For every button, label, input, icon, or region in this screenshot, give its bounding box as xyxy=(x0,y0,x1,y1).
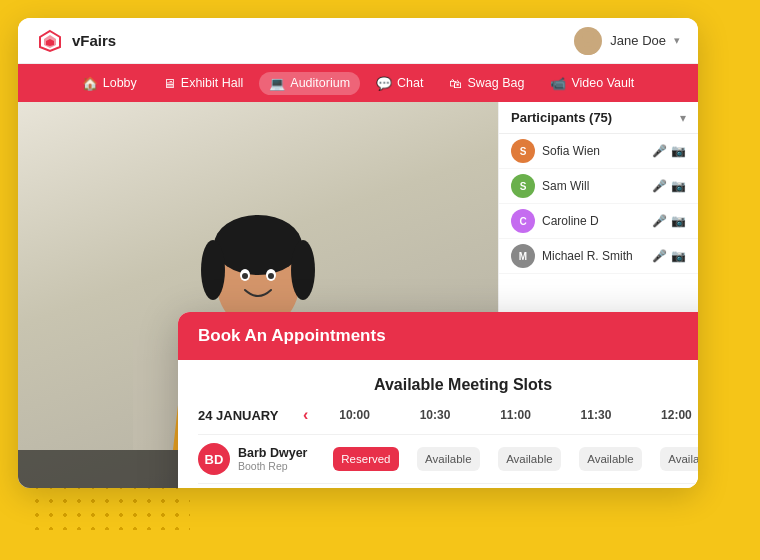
avatar-image xyxy=(574,27,602,55)
participants-title: Participants (75) xyxy=(511,110,612,125)
nav-label-exhibit: Exhibit Hall xyxy=(181,76,244,90)
person-name: Barb Dwyer xyxy=(238,446,307,460)
participant-name: Sam Will xyxy=(542,179,589,193)
content-area: 🎤 Mute 📷 Stop Video 🔒 Security Participa… xyxy=(18,102,698,488)
avatar: S xyxy=(511,139,535,163)
user-name: Jane Doe xyxy=(610,33,666,48)
sidebar-item-chat[interactable]: 💬 Chat xyxy=(366,72,433,95)
participant-name: Michael R. Smith xyxy=(542,249,633,263)
home-icon: 🏠 xyxy=(82,76,98,91)
avatar: BD xyxy=(198,443,230,475)
mic-off-icon: 🎤 xyxy=(652,214,667,228)
cam-off-icon: 📷 xyxy=(671,249,686,263)
logo-area: vFairs xyxy=(36,27,116,55)
list-item: S Sofia Wien 🎤 📷 xyxy=(499,134,698,169)
slot-reserved[interactable]: Reserved xyxy=(333,447,398,471)
avatar xyxy=(574,27,602,55)
sidebar-item-exhibit-hall[interactable]: 🖥 Exhibit Hall xyxy=(153,72,254,95)
svg-point-15 xyxy=(268,273,274,279)
main-window: vFairs Jane Doe ▾ 🏠 Lobby 🖥 Exhibit Hall… xyxy=(18,18,698,488)
svg-point-3 xyxy=(582,31,594,43)
participant-name: Sofia Wien xyxy=(542,144,600,158)
mic-on-icon: 🎤 xyxy=(652,144,667,158)
date-row: 24 JANUARY ‹ 10:00 10:30 11:00 11:30 12:… xyxy=(198,406,698,424)
app-header: vFairs Jane Doe ▾ xyxy=(18,18,698,64)
person-row-barb: BD Barb Dwyer Booth Rep Reserved Availab… xyxy=(198,434,698,483)
swag-icon: 🛍 xyxy=(449,76,462,91)
slot-cells: Reserved Available Available Available A… xyxy=(328,447,698,471)
chevron-down-icon: ▾ xyxy=(674,34,680,47)
prev-arrow[interactable]: ‹ xyxy=(303,406,308,424)
chat-icon: 💬 xyxy=(376,76,392,91)
list-item: C Caroline D 🎤 📷 xyxy=(499,204,698,239)
slot-available[interactable]: Available xyxy=(579,447,641,471)
list-item: S Sam Will 🎤 📷 xyxy=(499,169,698,204)
nav-label-swag: Swag Bag xyxy=(467,76,524,90)
slot-available[interactable]: Available xyxy=(660,447,698,471)
time-label-0: 10:00 xyxy=(332,408,378,422)
video-icon: 📹 xyxy=(550,76,566,91)
svg-point-11 xyxy=(291,240,315,300)
svg-point-14 xyxy=(242,273,248,279)
time-slots-header: 10:00 10:30 11:00 11:30 12:00 xyxy=(318,408,698,422)
nav-label-lobby: Lobby xyxy=(103,76,137,90)
person-role: Booth Rep xyxy=(238,460,307,472)
nav-label-auditorium: Auditorium xyxy=(290,76,350,90)
sidebar-item-lobby[interactable]: 🏠 Lobby xyxy=(72,72,147,95)
modal-title: Book An Appointments xyxy=(198,326,386,345)
avatar: S xyxy=(511,174,535,198)
mic-off-icon: 🎤 xyxy=(652,179,667,193)
svg-point-10 xyxy=(201,240,225,300)
sidebar-item-auditorium[interactable]: 💻 Auditorium xyxy=(259,72,360,95)
cam-off-icon: 📷 xyxy=(671,179,686,193)
nav-label-chat: Chat xyxy=(397,76,423,90)
person-row-cliff: CH Cliff Hanger Recruiter Available Avai… xyxy=(198,483,698,488)
logo-text: vFairs xyxy=(72,32,116,49)
slot-available[interactable]: Available xyxy=(498,447,560,471)
appointment-modal: Book An Appointments Available Meeting S… xyxy=(178,312,698,488)
cam-on-icon: 📷 xyxy=(671,144,686,158)
list-item: M Michael R. Smith 🎤 📷 xyxy=(499,239,698,274)
time-label-4: 12:00 xyxy=(653,408,698,422)
cam-off-icon: 📷 xyxy=(671,214,686,228)
sidebar-item-video-vault[interactable]: 📹 Video Vault xyxy=(540,72,644,95)
sidebar-item-swag-bag[interactable]: 🛍 Swag Bag xyxy=(439,72,534,95)
time-label-3: 11:30 xyxy=(573,408,619,422)
time-label-1: 10:30 xyxy=(412,408,458,422)
exhibit-icon: 🖥 xyxy=(163,76,176,91)
date-label: 24 JANUARY xyxy=(198,408,293,423)
participants-header: Participants (75) ▾ xyxy=(499,102,698,134)
modal-body: Available Meeting Slots 24 JANUARY ‹ 10:… xyxy=(178,360,698,488)
time-label-2: 11:00 xyxy=(493,408,539,422)
slot-available[interactable]: Available xyxy=(417,447,479,471)
participants-chevron-icon[interactable]: ▾ xyxy=(680,111,686,125)
avatar: M xyxy=(511,244,535,268)
vfairs-logo-icon xyxy=(36,27,64,55)
person-info: BD Barb Dwyer Booth Rep xyxy=(198,443,328,475)
slots-title: Available Meeting Slots xyxy=(198,376,698,394)
nav-bar: 🏠 Lobby 🖥 Exhibit Hall 💻 Auditorium 💬 Ch… xyxy=(18,64,698,102)
modal-header: Book An Appointments xyxy=(178,312,698,360)
user-area[interactable]: Jane Doe ▾ xyxy=(574,27,680,55)
avatar: C xyxy=(511,209,535,233)
auditorium-icon: 💻 xyxy=(269,76,285,91)
nav-label-video: Video Vault xyxy=(571,76,634,90)
svg-point-9 xyxy=(214,215,302,275)
mic-off-icon: 🎤 xyxy=(652,249,667,263)
svg-point-4 xyxy=(578,46,598,55)
participant-name: Caroline D xyxy=(542,214,599,228)
